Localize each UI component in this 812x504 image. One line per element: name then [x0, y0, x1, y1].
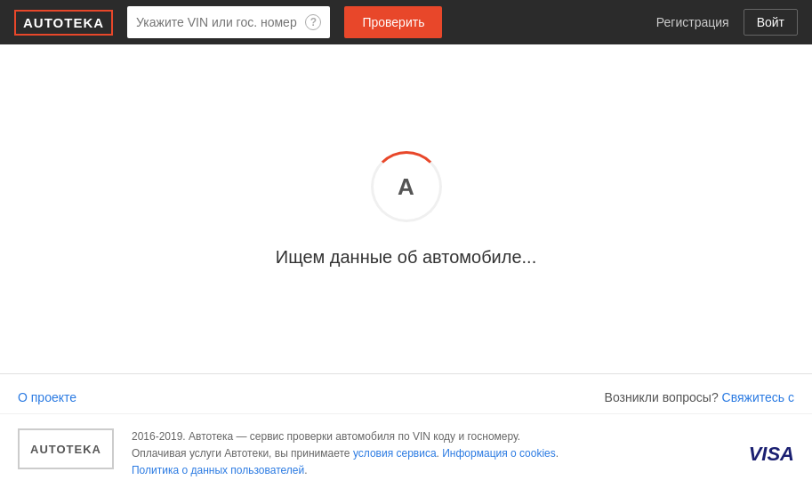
footer: О проекте Возникли вопросы? Свяжитесь с … [0, 373, 812, 498]
contact-link[interactable]: Свяжитесь с [722, 390, 794, 404]
spinner-letter: A [398, 172, 414, 200]
questions-label: Возникли вопросы? [605, 390, 719, 404]
header: AUTOTEKA ? Проверить Регистрация Войт [0, 0, 812, 44]
register-link[interactable]: Регистрация [656, 15, 729, 29]
terms-link[interactable]: условия сервиса [353, 447, 437, 460]
footer-nav: О проекте Возникли вопросы? Свяжитесь с [0, 374, 812, 413]
search-input[interactable] [136, 15, 298, 29]
loading-spinner: A [371, 151, 442, 222]
footer-desc-line1: 2016-2019. Автотека — сервис проверки ав… [132, 430, 520, 443]
cookies-link[interactable]: Информация о cookies [442, 447, 556, 460]
main-content: A Ищем данные об автомобиле... [0, 44, 812, 373]
login-button[interactable]: Войт [744, 9, 798, 36]
footer-desc-line2-prefix: Оплачивая услуги Автотеки, вы принимаете [132, 447, 353, 460]
footer-bottom: AUTOTEKA 2016-2019. Автотека — сервис пр… [0, 413, 812, 498]
footer-desc-line3-suffix: . [304, 464, 307, 476]
search-area: ? [127, 6, 330, 38]
privacy-link[interactable]: Политика о данных пользователей [132, 464, 304, 476]
loading-text: Ищем данные об автомобиле... [276, 247, 536, 268]
about-link[interactable]: О проекте [18, 390, 76, 404]
visa-logo: VISA [749, 443, 794, 466]
footer-logo: AUTOTEKA [18, 428, 114, 469]
help-icon[interactable]: ? [305, 14, 321, 30]
logo[interactable]: AUTOTEKA [14, 10, 113, 36]
check-button[interactable]: Проверить [344, 6, 442, 38]
footer-questions: Возникли вопросы? Свяжитесь с [605, 390, 794, 404]
footer-desc-line2-suffix: . [556, 447, 559, 460]
footer-description: 2016-2019. Автотека — сервис проверки ав… [132, 428, 731, 480]
